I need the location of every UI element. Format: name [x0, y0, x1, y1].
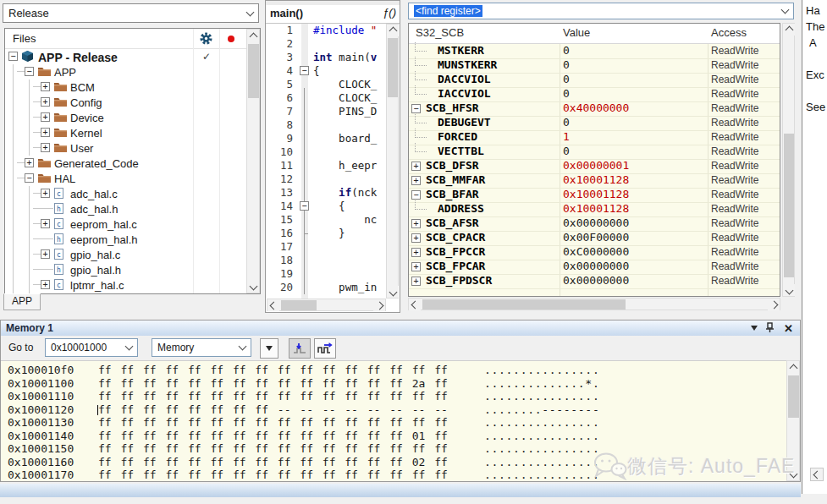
- memory-bytes[interactable]: ff ff ff ff ff ff ff ff -- -- -- -- -- -…: [98, 403, 462, 417]
- expand-icon[interactable]: +: [41, 112, 50, 122]
- register-row-forced[interactable]: FORCED1ReadWrite: [409, 130, 780, 145]
- register-value[interactable]: 0: [563, 116, 570, 129]
- code-line-11[interactable]: 11 h_eepr: [266, 159, 386, 173]
- expand-icon[interactable]: +: [41, 97, 50, 107]
- code-line-19[interactable]: 19: [266, 267, 386, 281]
- register-row-scb_bfar[interactable]: −SCB_BFAR0x10001128ReadWrite: [409, 188, 780, 203]
- collapse-icon[interactable]: −: [25, 173, 34, 183]
- code-line-12[interactable]: 12: [266, 173, 386, 186]
- tree-item-eeprom-hal-h[interactable]: heeprom_hal.h: [5, 232, 231, 247]
- expand-icon[interactable]: +: [41, 82, 50, 91]
- register-value[interactable]: 0: [563, 73, 570, 86]
- code-line-3[interactable]: 3int main(v: [266, 51, 386, 64]
- gear-icon[interactable]: [200, 32, 212, 47]
- memory-title-bar[interactable]: Memory 1 ✕: [1, 320, 800, 337]
- register-row-scb_cpacr[interactable]: +SCB_CPACR0x00F00000ReadWrite: [409, 231, 780, 246]
- code-area[interactable]: 1#include "23int main(v4−{5 CLOCK_6 CLOC…: [266, 24, 386, 299]
- register-horizontal-scrollbar[interactable]: [408, 298, 780, 310]
- code-line-5[interactable]: 5 CLOCK_: [266, 78, 386, 91]
- scroll-down-button[interactable]: [247, 280, 259, 292]
- register-value[interactable]: 1: [563, 130, 570, 144]
- register-value[interactable]: 0x00000000: [563, 260, 629, 273]
- register-row-scb_afsr[interactable]: +SCB_AFSR0x00000000ReadWrite: [409, 216, 780, 232]
- code-line-14[interactable]: 14− {: [266, 200, 386, 213]
- scroll-down-button[interactable]: [783, 284, 795, 296]
- register-row-iaccviol[interactable]: IACCVIOL0ReadWrite: [409, 87, 780, 102]
- memory-row-0x10001120[interactable]: 0x10001120ff ff ff ff ff ff ff ff -- -- …: [1, 403, 786, 417]
- register-value[interactable]: 0x40000000: [563, 101, 629, 115]
- expand-icon[interactable]: +: [411, 219, 421, 228]
- tree-item-gpio-hal-h[interactable]: hgpio_hal.h: [5, 262, 231, 277]
- scroll-thumb[interactable]: [281, 300, 317, 310]
- breakpoint-dot-icon[interactable]: [228, 36, 234, 42]
- code-line-4[interactable]: 4−{: [266, 64, 386, 78]
- code-line-9[interactable]: 9 board_: [266, 132, 386, 145]
- scroll-thumb[interactable]: [248, 44, 259, 98]
- register-value[interactable]: 0x10001128: [563, 173, 629, 187]
- code-line-6[interactable]: 6 CLOCK_: [266, 91, 386, 105]
- memory-row-0x100010f0[interactable]: 0x100010f0ff ff ff ff ff ff ff ff ff ff …: [1, 364, 786, 377]
- register-value[interactable]: 0: [563, 145, 570, 158]
- workspace-tab-app[interactable]: APP: [3, 293, 41, 310]
- expand-icon[interactable]: +: [41, 280, 50, 289]
- expand-icon[interactable]: +: [41, 219, 50, 228]
- code-line-10[interactable]: 10: [266, 145, 386, 159]
- register-value[interactable]: 0: [563, 44, 570, 58]
- chevron-down-icon[interactable]: [125, 342, 134, 351]
- memory-row-0x10001100[interactable]: 0x10001100ff ff ff ff ff ff ff ff ff ff …: [1, 377, 786, 391]
- code-line-8[interactable]: 8: [266, 118, 386, 132]
- expand-icon[interactable]: +: [25, 158, 34, 167]
- scroll-thumb[interactable]: [388, 38, 398, 97]
- memory-bytes[interactable]: ff ff ff ff ff ff ff ff ff ff ff ff ff f…: [98, 377, 462, 391]
- register-row-scb_mmfar[interactable]: +SCB_MMFAR0x10001128ReadWrite: [409, 173, 780, 189]
- live-update-button[interactable]: [289, 338, 311, 359]
- code-line-1[interactable]: 1#include ": [266, 24, 386, 37]
- code-line-16[interactable]: 16 }: [266, 227, 386, 240]
- view-mode-selector[interactable]: Memory: [152, 338, 251, 357]
- tree-item-generated-code[interactable]: +Generated_Code: [5, 156, 231, 171]
- code-line-2[interactable]: 2: [266, 37, 386, 51]
- chevron-down-icon[interactable]: [239, 342, 247, 351]
- tree-item-user[interactable]: +User: [5, 140, 231, 156]
- scroll-thumb[interactable]: [422, 299, 626, 310]
- scroll-up-button[interactable]: [247, 30, 259, 42]
- expand-icon[interactable]: +: [41, 143, 50, 152]
- expand-icon[interactable]: +: [411, 262, 421, 271]
- register-value[interactable]: 0: [563, 58, 570, 72]
- scroll-right-button[interactable]: [768, 299, 780, 310]
- scroll-right-button[interactable]: [373, 299, 385, 311]
- register-row-address[interactable]: ADDRESS0x10001128ReadWrite: [409, 202, 780, 217]
- tree-item-hal[interactable]: −HAL: [5, 171, 231, 186]
- tree-item-adc-hal-c[interactable]: +cadc_hal.c: [5, 186, 231, 201]
- code-line-17[interactable]: 17: [266, 240, 386, 254]
- code-line-7[interactable]: 7 PINS_D: [266, 105, 386, 118]
- expand-icon[interactable]: +: [41, 189, 50, 198]
- scroll-thumb[interactable]: [788, 375, 799, 418]
- register-value[interactable]: 0x00000001: [563, 159, 629, 173]
- memory-bytes[interactable]: ff ff ff ff ff ff ff ff ff ff ff ff ff f…: [98, 430, 462, 443]
- register-row-daccviol[interactable]: DACCVIOL0ReadWrite: [409, 73, 780, 88]
- collapse-icon[interactable]: −: [8, 52, 18, 61]
- register-table-header[interactable]: S32_SCB Value Access: [409, 24, 780, 44]
- function-navigation-bar[interactable]: main() ƒ(): [266, 5, 400, 24]
- tree-item-gpio-hal-c[interactable]: +cgpio_hal.c: [5, 247, 231, 262]
- tree-item-eeprom-hal-c[interactable]: +ceeprom_hal.c: [5, 216, 231, 232]
- memory-bytes[interactable]: ff ff ff ff ff ff ff ff ff ff ff ff ff f…: [98, 416, 462, 430]
- register-row-scb_hfsr[interactable]: −SCB_HFSR0x40000000ReadWrite: [409, 101, 780, 117]
- tree-item-device[interactable]: +Device: [5, 110, 231, 125]
- register-row-munstkerr[interactable]: MUNSTKERR0ReadWrite: [409, 58, 780, 74]
- tree-item-app[interactable]: −APP: [5, 64, 231, 79]
- register-row-scb_fpccr[interactable]: +SCB_FPCCR0xC0000000ReadWrite: [409, 245, 780, 260]
- code-line-15[interactable]: 15 nc: [266, 213, 386, 227]
- register-vertical-scrollbar[interactable]: [782, 23, 795, 297]
- register-row-scb_dfsr[interactable]: +SCB_DFSR0x00000001ReadWrite: [409, 159, 780, 174]
- register-row-scb_fpdscr[interactable]: +SCB_FPDSCR0x00000000ReadWrite: [409, 274, 780, 289]
- collapse-icon[interactable]: −: [25, 67, 34, 76]
- register-value[interactable]: 0x10001128: [563, 188, 629, 201]
- chevron-down-icon[interactable]: [246, 8, 255, 16]
- close-icon[interactable]: ✕: [784, 321, 793, 337]
- register-value[interactable]: 0x00000000: [563, 274, 629, 288]
- collapse-icon[interactable]: −: [411, 190, 421, 200]
- tree-item-lptmr-hal-c[interactable]: +clptmr_hal.c: [5, 277, 231, 293]
- build-config-selector[interactable]: Release: [3, 3, 259, 23]
